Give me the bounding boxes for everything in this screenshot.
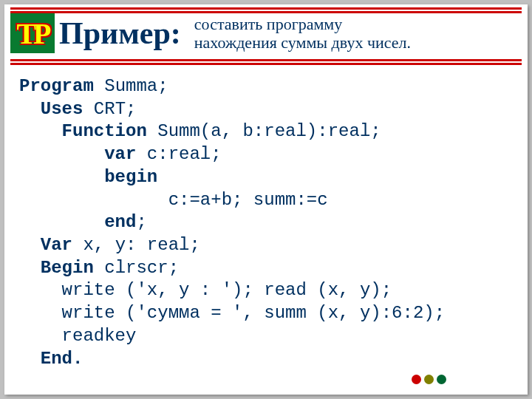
code-text: Summa; (94, 76, 168, 96)
kw-begin: Begin (19, 258, 94, 278)
code-text: x, y: real; (72, 235, 200, 255)
header-row: TP Пример: составить программу нахождени… (4, 13, 528, 56)
code-text: write ('сумма = ', summ (x, y):6:2); (19, 303, 445, 323)
kw-var: var (19, 144, 136, 164)
code-text: c:=a+b; summ:=c (19, 190, 328, 210)
dot-icon (424, 375, 434, 384)
top-rule (10, 7, 522, 13)
code-text: CRT; (83, 99, 136, 119)
mid-rule (10, 59, 522, 65)
subtitle-line-2: нахождения суммы двух чисел. (194, 33, 411, 52)
kw-program: Program (19, 76, 94, 96)
dot-icon (412, 375, 421, 384)
code-text: write ('x, y : '); read (x, y); (19, 280, 392, 300)
code-text: c:real; (136, 144, 221, 164)
kw-begin: begin (19, 167, 157, 187)
dot-icon (437, 375, 446, 384)
slide-title: Пример: (59, 16, 181, 51)
subtitle-line-1: составить программу (194, 15, 342, 33)
kw-end: End. (19, 349, 83, 369)
kw-var: Var (19, 235, 72, 255)
tp-logo: TP (10, 13, 55, 53)
kw-function: Function (19, 121, 147, 141)
tp-logo-text: TP (16, 16, 48, 51)
code-text: ; (136, 212, 146, 232)
decorative-dots (412, 375, 446, 384)
slide-subtitle: составить программу нахождения суммы дву… (194, 15, 522, 52)
code-text: clrscr; (94, 258, 179, 278)
slide-frame: TP Пример: составить программу нахождени… (4, 4, 528, 395)
kw-end: end (19, 212, 136, 232)
code-text: readkey (19, 326, 136, 346)
code-block: Program Summa; Uses CRT; Function Summ(a… (4, 65, 528, 370)
code-text: Summ(a, b:real):real; (147, 121, 381, 141)
kw-uses: Uses (19, 99, 83, 119)
